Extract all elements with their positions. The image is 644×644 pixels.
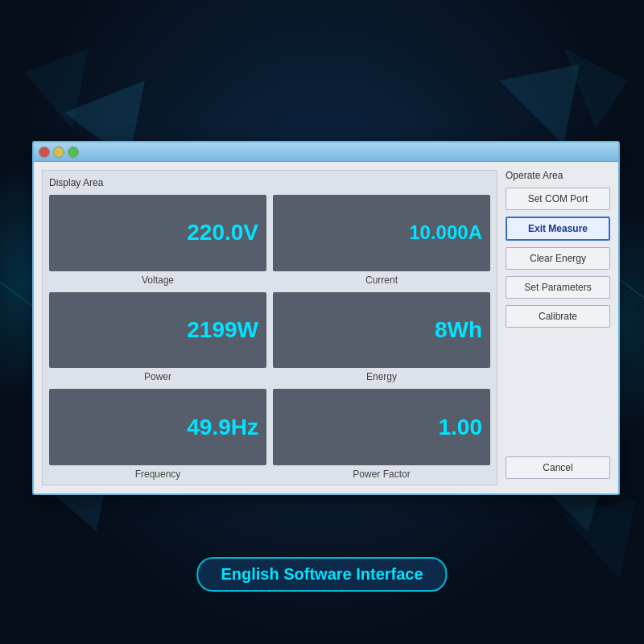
energy-label: Energy: [366, 371, 397, 382]
set-parameters-button[interactable]: Set Parameters: [506, 276, 610, 299]
gauge-cell-power-factor: 1.00 Power Factor: [273, 389, 490, 480]
gauge-cell-energy: 8Wh Energy: [273, 292, 490, 383]
gauge-display-current: 10.000A: [273, 195, 490, 271]
gauge-display-power-factor: 1.00: [273, 389, 490, 465]
power-factor-value: 1.00: [439, 415, 483, 440]
close-icon[interactable]: [39, 147, 50, 158]
calibrate-button[interactable]: Calibrate: [506, 305, 610, 328]
frequency-label: Frequency: [135, 469, 181, 480]
gauge-cell-frequency: 49.9Hz Frequency: [49, 389, 266, 480]
energy-value: 8Wh: [435, 317, 482, 343]
power-value: 2199W: [187, 317, 258, 343]
maximize-icon[interactable]: [68, 147, 79, 158]
power-factor-label: Power Factor: [353, 469, 410, 480]
footer-label-wrapper: English Software Interface: [196, 557, 447, 592]
button-spacer: [506, 334, 610, 456]
frequency-value: 49.9Hz: [187, 415, 258, 440]
title-bar: [34, 142, 618, 162]
voltage-value: 220.0V: [187, 220, 258, 246]
operate-area: Operate Area Set COM Port Exit Measure C…: [506, 170, 610, 485]
current-label: Current: [365, 275, 398, 286]
gauge-display-voltage: 220.0V: [49, 195, 266, 271]
set-com-port-button[interactable]: Set COM Port: [506, 188, 610, 210]
gauge-cell-current: 10.000A Current: [273, 195, 490, 286]
voltage-label: Voltage: [142, 275, 174, 286]
exit-measure-button[interactable]: Exit Measure: [506, 217, 610, 241]
power-label: Power: [144, 371, 171, 382]
gauge-cell-voltage: 220.0V Voltage: [49, 195, 266, 286]
cancel-button[interactable]: Cancel: [506, 456, 610, 479]
gauge-cell-power: 2199W Power: [49, 292, 266, 383]
gauges-grid: 220.0V Voltage 10.000A Current 2199W: [49, 195, 490, 480]
gauge-display-frequency: 49.9Hz: [49, 389, 266, 465]
gauge-display-power: 2199W: [49, 292, 266, 369]
window-content: Display Area 220.0V Voltage 10.000A Curr…: [34, 162, 618, 493]
display-area-label: Display Area: [49, 177, 490, 188]
clear-energy-button[interactable]: Clear Energy: [506, 247, 610, 270]
main-window: Display Area 220.0V Voltage 10.000A Curr…: [32, 141, 620, 495]
footer-label: English Software Interface: [196, 557, 447, 592]
gauge-display-energy: 8Wh: [273, 292, 490, 369]
operate-area-label: Operate Area: [506, 170, 610, 181]
display-area: Display Area 220.0V Voltage 10.000A Curr…: [42, 170, 497, 485]
current-value: 10.000A: [409, 221, 482, 244]
minimize-icon[interactable]: [53, 147, 64, 158]
